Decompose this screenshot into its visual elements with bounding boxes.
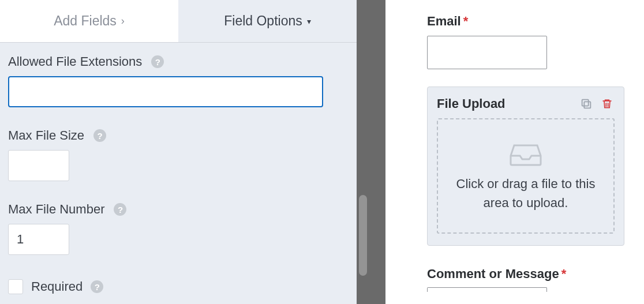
label-text: Comment or Message — [427, 267, 559, 281]
comment-input[interactable] — [427, 287, 547, 292]
required-asterisk-icon: * — [561, 267, 567, 281]
email-label: Email* — [427, 14, 644, 29]
chevron-down-icon: ▾ — [307, 17, 311, 26]
form-preview: Email* File Upload — [427, 0, 644, 304]
option-max-file-size: Max File Size ? — [8, 128, 349, 181]
file-dropzone[interactable]: Click or drag a file to this area to upl… — [437, 118, 615, 234]
card-actions — [579, 96, 615, 111]
dropzone-text: Click or drag a file to this area to upl… — [438, 174, 613, 212]
tab-field-options[interactable]: Field Options ▾ — [178, 0, 357, 42]
svg-rect-0 — [584, 102, 590, 108]
help-icon[interactable]: ? — [93, 129, 106, 142]
required-checkbox[interactable] — [8, 279, 23, 294]
email-input[interactable] — [427, 36, 547, 69]
chevron-right-icon: › — [121, 15, 125, 27]
duplicate-icon[interactable] — [579, 96, 594, 111]
card-title: File Upload — [437, 96, 506, 111]
svg-rect-1 — [582, 100, 589, 106]
option-label: Max File Size — [8, 128, 84, 143]
help-icon[interactable]: ? — [114, 203, 126, 216]
inbox-icon — [510, 140, 542, 167]
card-header: File Upload — [437, 96, 615, 111]
comment-label: Comment or Message* — [427, 267, 644, 282]
option-required: Required ? — [8, 279, 349, 294]
tab-label: Field Options — [224, 13, 302, 29]
help-icon[interactable]: ? — [151, 55, 164, 68]
help-icon[interactable]: ? — [91, 280, 103, 293]
options-panel: Allowed File Extensions ? Max File Size … — [0, 43, 357, 304]
option-max-file-number: Max File Number ? — [8, 202, 349, 255]
scrollbar-handle[interactable] — [359, 195, 367, 276]
tab-add-fields[interactable]: Add Fields › — [0, 0, 178, 42]
option-label: Max File Number — [8, 202, 104, 217]
max-file-number-input[interactable] — [8, 224, 69, 255]
field-options-sidebar: Add Fields › Field Options ▾ Allowed Fil… — [0, 0, 357, 304]
max-file-size-input[interactable] — [8, 150, 69, 181]
required-asterisk-icon: * — [463, 14, 469, 28]
tab-label: Add Fields — [54, 13, 117, 29]
label-text: Email — [427, 14, 461, 28]
option-allowed-extensions: Allowed File Extensions ? — [8, 54, 349, 107]
preview-margin — [385, 0, 427, 304]
required-label: Required — [31, 279, 83, 294]
trash-icon[interactable] — [600, 96, 615, 111]
file-upload-card[interactable]: File Upload — [427, 87, 624, 246]
option-label: Allowed File Extensions — [8, 54, 142, 69]
allowed-extensions-input[interactable] — [8, 76, 323, 107]
sidebar-tabs: Add Fields › Field Options ▾ — [0, 0, 357, 43]
